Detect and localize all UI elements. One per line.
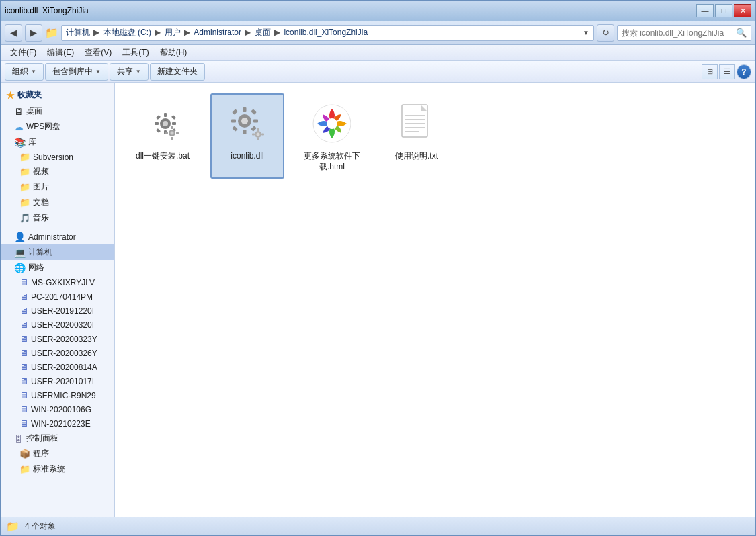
search-input[interactable] xyxy=(622,28,729,38)
user1-icon: 🖥 xyxy=(19,306,28,316)
sidebar-item-computer[interactable]: 💻 计算机 xyxy=(1,244,114,260)
pictures-icon: 📁 xyxy=(19,182,30,192)
svg-rect-18 xyxy=(243,107,247,112)
view-toggle-button[interactable]: ⊞ xyxy=(702,64,718,79)
file-item-html[interactable]: 更多系统软件下载.html xyxy=(295,93,369,179)
bat-file-icon xyxy=(139,100,186,147)
library-icon: 📚 xyxy=(14,137,26,148)
view-controls: ⊞ ☰ ? xyxy=(702,64,751,79)
address-dropdown-icon[interactable]: ▼ xyxy=(583,29,589,36)
include-library-button[interactable]: 包含到库中 ▼ xyxy=(45,63,108,81)
maximize-button[interactable]: □ xyxy=(715,4,732,17)
win1-icon: 🖥 xyxy=(19,404,28,414)
svg-rect-25 xyxy=(251,126,256,131)
sidebar-item-usermic[interactable]: 🖥 USERMIC-R9N29 xyxy=(1,388,114,402)
sidebar-item-win2[interactable]: 🖥 WIN-20210223E xyxy=(1,416,114,431)
desktop-label: 桌面 xyxy=(26,105,42,117)
sidebar-item-video[interactable]: 📁 视频 xyxy=(1,164,114,179)
svg-rect-6 xyxy=(156,115,161,120)
share-button[interactable]: 共享 ▼ xyxy=(110,63,149,81)
sidebar-item-user5[interactable]: 🖥 USER-20200814A xyxy=(1,360,114,374)
file-item-dll[interactable]: iconlib.dll xyxy=(210,93,284,179)
minimize-button[interactable]: — xyxy=(696,4,714,17)
sidebar-item-library[interactable]: 📚 库 xyxy=(1,134,114,150)
win2-icon: 🖥 xyxy=(19,418,28,429)
user3-label: USER-20200323Y xyxy=(31,334,97,344)
system-label: 标准系统 xyxy=(33,463,65,475)
toolbar: 组织 ▼ 包含到库中 ▼ 共享 ▼ 新建文件夹 ⊞ ☰ ? xyxy=(1,61,755,83)
sidebar-item-user6[interactable]: 🖥 USER-20201017I xyxy=(1,374,114,388)
title-bar: iconlib.dll_XiTongZhiJia — □ ✕ xyxy=(1,1,755,21)
svg-point-11 xyxy=(171,132,174,135)
svg-rect-29 xyxy=(257,138,259,140)
file-item-txt[interactable]: 使用说明.txt xyxy=(380,93,454,179)
sidebar-item-pc2[interactable]: 🖥 PC-20170414PM xyxy=(1,289,114,304)
svg-rect-22 xyxy=(232,109,237,114)
svg-rect-30 xyxy=(252,134,255,136)
menu-edit[interactable]: 编辑(E) xyxy=(42,46,79,60)
sidebar-item-administrator[interactable]: 👤 Administrator xyxy=(1,230,114,244)
sidebar: ★ 收藏夹 🖥 桌面 ☁ WPS网盘 📚 库 📁 Subver xyxy=(1,83,115,517)
pc2-icon: 🖥 xyxy=(19,292,28,302)
administrator-label: Administrator xyxy=(28,232,76,242)
view-list-button[interactable]: ☰ xyxy=(719,64,735,79)
svg-rect-14 xyxy=(165,132,168,134)
sidebar-item-user3[interactable]: 🖥 USER-20200323Y xyxy=(1,332,114,346)
refresh-button[interactable]: ↻ xyxy=(597,24,614,42)
menu-file[interactable]: 文件(F) xyxy=(5,46,42,60)
menu-bar: 文件(F) 编辑(E) 查看(V) 工具(T) 帮助(H) xyxy=(1,45,755,61)
menu-view[interactable]: 查看(V) xyxy=(79,46,117,60)
menu-help[interactable]: 帮助(H) xyxy=(155,46,193,60)
pc1-label: MS-GXKIXRYJLV xyxy=(31,278,95,287)
win2-label: WIN-20210223E xyxy=(31,419,91,429)
sidebar-item-wps[interactable]: ☁ WPS网盘 xyxy=(1,119,114,134)
address-bar[interactable]: 计算机 ▶ 本地磁盘 (C:) ▶ 用户 ▶ Administrator ▶ 桌… xyxy=(61,25,594,41)
favorites-header[interactable]: ★ 收藏夹 xyxy=(1,87,114,103)
control-panel-icon: 🎛 xyxy=(14,433,24,444)
sidebar-item-desktop[interactable]: 🖥 桌面 xyxy=(1,103,114,119)
wps-label: WPS网盘 xyxy=(26,121,60,132)
favorites-section: ★ 收藏夹 🖥 桌面 ☁ WPS网盘 📚 库 📁 Subver xyxy=(1,83,114,230)
back-button[interactable]: ◀ xyxy=(5,24,22,42)
svg-rect-4 xyxy=(155,122,159,125)
documents-label: 文档 xyxy=(33,197,49,208)
file-item-bat[interactable]: dll一键安装.bat xyxy=(126,93,200,179)
sidebar-item-ms-gx[interactable]: 🖥 MS-GXKIXRYJLV xyxy=(1,275,114,289)
sidebar-item-user2[interactable]: 🖥 USER-20200320I xyxy=(1,318,114,332)
user6-label: USER-20201017I xyxy=(31,377,94,386)
music-label: 音乐 xyxy=(33,212,49,224)
sidebar-item-user4[interactable]: 🖥 USER-20200326Y xyxy=(1,346,114,360)
sidebar-item-music[interactable]: 🎵 音乐 xyxy=(1,210,114,226)
dll-file-label: iconlib.dll xyxy=(230,151,263,162)
sidebar-item-system[interactable]: 📁 标准系统 xyxy=(1,461,114,477)
new-folder-label: 新建文件夹 xyxy=(157,66,198,77)
sidebar-item-programs[interactable]: 📦 程序 xyxy=(1,446,114,461)
status-bar: 📁 4 个对象 xyxy=(1,517,755,535)
sidebar-item-control-panel[interactable]: 🎛 控制面板 xyxy=(1,431,114,446)
cloud-icon: ☁ xyxy=(14,122,24,132)
search-bar-container[interactable]: 🔍 xyxy=(617,25,751,41)
search-icon[interactable]: 🔍 xyxy=(736,28,747,38)
sidebar-item-user1[interactable]: 🖥 USER-20191220I xyxy=(1,304,114,318)
menu-tools[interactable]: 工具(T) xyxy=(117,46,154,60)
close-button[interactable]: ✕ xyxy=(734,4,751,17)
user4-icon: 🖥 xyxy=(19,348,28,358)
sidebar-item-win1[interactable]: 🖥 WIN-20200106G xyxy=(1,402,114,416)
svg-point-17 xyxy=(241,118,248,124)
main-area: ★ 收藏夹 🖥 桌面 ☁ WPS网盘 📚 库 📁 Subver xyxy=(1,83,755,517)
sidebar-item-subversion[interactable]: 📁 Subversion xyxy=(1,150,114,164)
organize-button[interactable]: 组织 ▼ xyxy=(5,63,44,81)
svg-rect-7 xyxy=(171,115,176,120)
forward-button[interactable]: ▶ xyxy=(25,24,42,42)
documents-icon: 📁 xyxy=(19,197,30,208)
video-label: 视频 xyxy=(33,166,49,177)
svg-point-33 xyxy=(327,118,337,129)
sidebar-item-pictures[interactable]: 📁 图片 xyxy=(1,179,114,195)
network-icon: 🌐 xyxy=(14,263,26,273)
sidebar-item-documents[interactable]: 📁 文档 xyxy=(1,195,114,210)
sidebar-item-network[interactable]: 🌐 网络 xyxy=(1,260,114,275)
svg-rect-12 xyxy=(171,126,173,129)
help-button[interactable]: ? xyxy=(737,64,751,79)
new-folder-button[interactable]: 新建文件夹 xyxy=(150,63,205,81)
organize-dropdown-icon: ▼ xyxy=(31,69,36,75)
